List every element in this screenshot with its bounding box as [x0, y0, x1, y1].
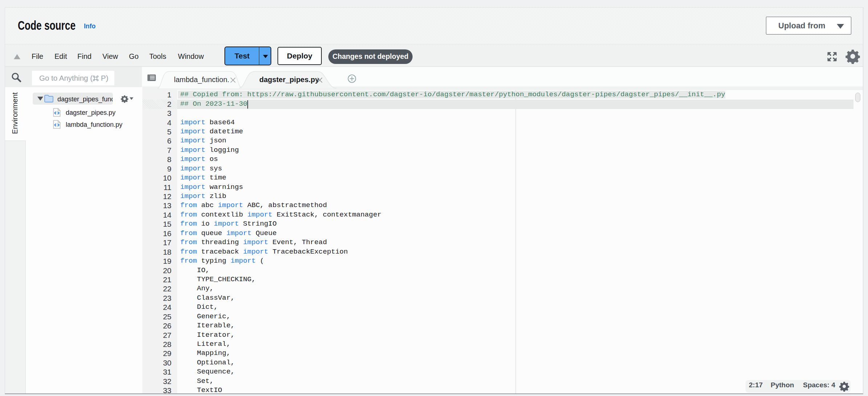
svg-text:dagster_pipes.py: dagster_pipes.py: [259, 76, 319, 84]
svg-text:lambda_function.: lambda_function.: [174, 76, 229, 84]
